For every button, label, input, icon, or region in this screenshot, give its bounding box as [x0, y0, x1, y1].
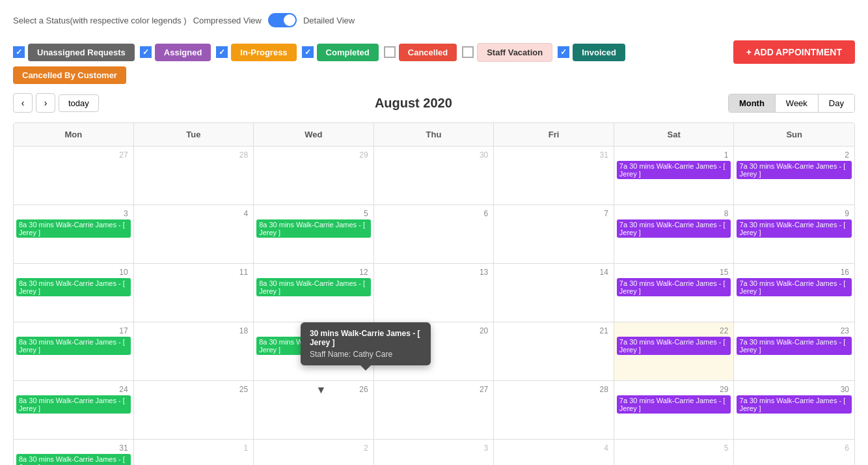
event[interactable]: 8a 30 mins Walk-Carrie James - [ Jerey ] — [256, 278, 371, 296]
date-number: 24 — [16, 384, 131, 395]
event[interactable]: 7a 30 mins Walk-Carrie James - [ Jerey ] — [737, 278, 852, 296]
today-button[interactable]: today — [59, 94, 99, 112]
legend-checkbox-assigned[interactable] — [140, 46, 152, 58]
cal-cell-0-6[interactable]: 27a 30 mins Walk-Carrie James - [ Jerey … — [734, 147, 854, 205]
event[interactable]: 8a 30 mins Walk-Carrie James - [ Jerey ] — [16, 219, 131, 238]
header-fri: Fri — [494, 123, 614, 146]
month-view-button[interactable]: Month — [729, 94, 776, 112]
cal-cell-5-0[interactable]: 318a 30 mins Walk-Carrie James - [ Jerey… — [14, 440, 134, 465]
cal-cell-4-0[interactable]: 248a 30 mins Walk-Carrie James - [ Jerey… — [14, 381, 134, 440]
cal-cell-1-6[interactable]: 97a 30 mins Walk-Carrie James - [ Jerey … — [734, 205, 854, 264]
date-number: 1 — [137, 442, 251, 454]
legend-item-assigned: Assigned — [140, 44, 211, 61]
header-wed: Wed — [254, 123, 374, 146]
legend-checkbox-inprogress[interactable] — [216, 46, 228, 58]
legend-badge-cancelled[interactable]: Cancelled — [399, 44, 457, 61]
cal-cell-4-5[interactable]: 297a 30 mins Walk-Carrie James - [ Jerey… — [614, 381, 735, 440]
event[interactable]: 7a 30 mins Walk-Carrie James - [ Jerey ] — [617, 337, 731, 355]
date-number: 29 — [617, 384, 731, 395]
cal-cell-5-2[interactable]: 2 — [254, 440, 374, 465]
event[interactable]: 7a 30 mins Walk-Carrie James - [ Jerey ] — [737, 161, 852, 179]
event[interactable]: 7a 30 mins Walk-Carrie James - [ Jerey ] — [617, 161, 731, 179]
cal-cell-3-1[interactable]: 18 — [134, 322, 254, 381]
legend-badge-cancelled-by-customer[interactable]: Cancelled By Customer — [13, 66, 126, 84]
date-number: 30 — [737, 384, 852, 395]
event[interactable]: 8a 30 mins Walk-Carrie James - [ Jerey ] — [16, 278, 131, 296]
legend-checkbox-completed[interactable] — [302, 46, 314, 58]
event[interactable]: 7a 30 mins Walk-Carrie James - [ Jerey ] — [617, 219, 731, 238]
cal-cell-0-1[interactable]: 28 — [134, 147, 254, 205]
event[interactable]: 7a 30 mins Walk-Carrie James - [ Jerey ] — [737, 395, 852, 414]
main-container: Select a Status(with respective color le… — [0, 0, 868, 465]
legend-badge-invoiced[interactable]: Invoiced — [573, 44, 625, 61]
cal-cell-1-2[interactable]: 58a 30 mins Walk-Carrie James - [ Jerey … — [254, 205, 374, 264]
view-toggle-switch[interactable] — [268, 13, 297, 27]
cal-cell-1-1[interactable]: 4 — [134, 205, 254, 264]
toggle-wrapper[interactable] — [268, 13, 297, 27]
legend-badge-unassigned[interactable]: Unassigned Requests — [28, 44, 135, 61]
cal-cell-2-1[interactable]: 11 — [134, 264, 254, 322]
cal-cell-0-5[interactable]: 17a 30 mins Walk-Carrie James - [ Jerey … — [614, 147, 735, 205]
date-number: 19 — [256, 325, 371, 337]
cal-cell-3-6[interactable]: 237a 30 mins Walk-Carrie James - [ Jerey… — [734, 322, 854, 381]
date-number: 5 — [617, 442, 731, 454]
cal-cell-0-0[interactable]: 27 — [14, 147, 134, 205]
cal-cell-4-6[interactable]: 307a 30 mins Walk-Carrie James - [ Jerey… — [734, 381, 854, 440]
event[interactable]: 8a 30 mins Walk-Carrie James - [ Jerey ] — [256, 337, 371, 355]
cal-cell-3-3[interactable]: 20 — [374, 322, 495, 381]
cal-cell-0-4[interactable]: 31 — [494, 147, 614, 205]
event[interactable]: 7a 30 mins Walk-Carrie James - [ Jerey ] — [617, 395, 731, 414]
cal-cell-1-3[interactable]: 6 — [374, 205, 495, 264]
header-thu: Thu — [374, 123, 495, 146]
cal-cell-3-4[interactable]: 21 — [494, 322, 614, 381]
cal-cell-2-0[interactable]: 108a 30 mins Walk-Carrie James - [ Jerey… — [14, 264, 134, 322]
legend-badge-completed[interactable]: Completed — [317, 44, 379, 61]
cal-cell-5-3[interactable]: 3 — [374, 440, 495, 465]
next-button[interactable]: › — [36, 93, 55, 113]
cal-cell-5-5[interactable]: 5 — [614, 440, 735, 465]
legend-row-2: Cancelled By Customer — [13, 70, 855, 80]
cal-cell-2-6[interactable]: 167a 30 mins Walk-Carrie James - [ Jerey… — [734, 264, 854, 322]
day-view-button[interactable]: Day — [819, 94, 854, 112]
cal-cell-0-2[interactable]: 29 — [254, 147, 374, 205]
event[interactable]: 8a 30 mins Walk-Carrie James - [ Jerey ] — [16, 454, 131, 465]
cal-cell-5-6[interactable]: 6 — [734, 440, 854, 465]
legend-badge-staffvacation[interactable]: Staff Vacation — [477, 43, 552, 62]
cal-cell-0-3[interactable]: 30 — [374, 147, 495, 205]
cal-cell-2-2[interactable]: 128a 30 mins Walk-Carrie James - [ Jerey… — [254, 264, 374, 322]
cal-cell-4-3[interactable]: 27 — [374, 381, 495, 440]
cal-cell-2-4[interactable]: 14 — [494, 264, 614, 322]
cal-cell-1-0[interactable]: 38a 30 mins Walk-Carrie James - [ Jerey … — [14, 205, 134, 264]
add-appointment-button[interactable]: + ADD APPOINTMENT — [733, 40, 855, 64]
date-number: 31 — [16, 442, 131, 454]
event[interactable]: 7a 30 mins Walk-Carrie James - [ Jerey ] — [737, 337, 852, 355]
cal-cell-3-0[interactable]: 178a 30 mins Walk-Carrie James - [ Jerey… — [14, 322, 134, 381]
cal-cell-1-5[interactable]: 87a 30 mins Walk-Carrie James - [ Jerey … — [614, 205, 735, 264]
event[interactable]: 8a 30 mins Walk-Carrie James - [ Jerey ] — [256, 219, 371, 238]
legend-checkbox-unassigned[interactable] — [13, 46, 25, 58]
event[interactable]: 7a 30 mins Walk-Carrie James - [ Jerey ] — [617, 278, 731, 296]
cal-cell-4-4[interactable]: 28 — [494, 381, 614, 440]
cal-cell-5-4[interactable]: 4 — [494, 440, 614, 465]
legend-item-staffvacation: Staff Vacation — [462, 43, 552, 62]
week-view-button[interactable]: Week — [776, 94, 819, 112]
cal-cell-1-4[interactable]: 7 — [494, 205, 614, 264]
cal-cell-2-5[interactable]: 157a 30 mins Walk-Carrie James - [ Jerey… — [614, 264, 735, 322]
date-number: 28 — [496, 384, 611, 395]
legend-badge-inprogress[interactable]: In-Progress — [231, 44, 296, 61]
cal-cell-4-1[interactable]: 25 — [134, 381, 254, 440]
cal-cell-4-2[interactable]: 26 — [254, 381, 374, 440]
cal-cell-5-1[interactable]: 1 — [134, 440, 254, 465]
prev-button[interactable]: ‹ — [13, 93, 33, 113]
cal-cell-2-3[interactable]: 13 — [374, 264, 495, 322]
legend-badge-assigned[interactable]: Assigned — [155, 44, 211, 61]
cal-cell-3-2[interactable]: 198a 30 mins Walk-Carrie James - [ Jerey… — [254, 322, 374, 381]
date-number: 23 — [737, 325, 852, 337]
legend-checkbox-invoiced[interactable] — [558, 46, 569, 58]
cal-cell-3-5[interactable]: 227a 30 mins Walk-Carrie James - [ Jerey… — [614, 322, 735, 381]
event[interactable]: 8a 30 mins Walk-Carrie James - [ Jerey ] — [16, 337, 131, 355]
legend-checkbox-staffvacation[interactable] — [462, 46, 474, 58]
event[interactable]: 7a 30 mins Walk-Carrie James - [ Jerey ] — [737, 219, 852, 238]
event[interactable]: 8a 30 mins Walk-Carrie James - [ Jerey ] — [16, 395, 131, 414]
legend-checkbox-cancelled[interactable] — [384, 46, 396, 58]
